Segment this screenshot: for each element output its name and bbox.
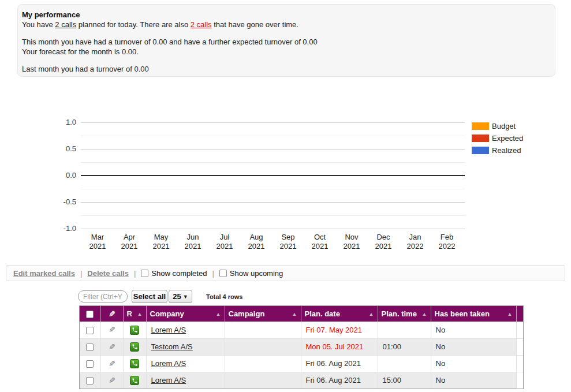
legend-swatch — [472, 147, 489, 154]
y-gridline — [81, 229, 465, 229]
show-completed-checkbox[interactable] — [141, 270, 148, 277]
toolbar-separator: | — [212, 269, 214, 278]
x-axis-tick-label: May2021 — [145, 233, 177, 251]
header-plan-date[interactable]: Plan. date▲ — [301, 306, 378, 322]
company-cell: Lorem A/S — [146, 322, 225, 338]
header-select-all-cell — [80, 306, 100, 322]
calls-summary-line: You have 2 calls planned for today. Ther… — [22, 20, 549, 29]
performance-summary: My performance You have 2 calls planned … — [17, 4, 555, 77]
table-row: ✎ Lorem A/S Fri 06. Aug 2021 15:00 No — [80, 372, 523, 389]
plan-time-cell — [378, 355, 431, 372]
header-spacer — [516, 306, 523, 322]
pencil-icon[interactable]: ✎ — [109, 325, 115, 334]
header-r[interactable]: R▲ — [123, 306, 146, 322]
page-size-value: 25 — [173, 292, 181, 301]
intro-text: that have gone over time. — [212, 20, 298, 29]
header-plan-time[interactable]: Plan. time▲ — [378, 306, 431, 322]
pencil-icon[interactable]: ✎ — [109, 359, 115, 368]
performance-title: My performance — [22, 10, 549, 20]
row-edit-cell: ✎ — [100, 322, 123, 338]
plan-date-cell: Mon 05. Jul 2021 — [301, 338, 378, 355]
phone-icon[interactable] — [130, 342, 139, 352]
plan-time-cell: 01:00 — [378, 338, 431, 355]
header-campaign[interactable]: Campaign▲ — [225, 306, 301, 322]
table-row: ✎ Lorem A/S Fri 06. Aug 2021 No — [80, 355, 523, 372]
legend-swatch — [472, 135, 489, 142]
phone-icon[interactable] — [130, 359, 139, 368]
has-been-taken-cell: No — [431, 338, 516, 355]
row-select-cell — [80, 338, 100, 355]
row-select-cell — [80, 322, 100, 338]
pencil-icon[interactable]: ✎ — [109, 376, 115, 385]
spacer-cell — [516, 338, 523, 355]
y-axis-tick-label: -1.0 — [0, 224, 76, 233]
row-checkbox[interactable] — [86, 377, 94, 384]
plan-date-cell: Fri 07. May 2021 — [301, 322, 378, 338]
campaign-cell — [225, 355, 301, 372]
show-completed-label: Show completed — [151, 269, 207, 278]
phone-icon[interactable] — [130, 326, 139, 335]
company-link[interactable]: Testcom A/S — [151, 342, 193, 351]
row-checkbox[interactable] — [86, 344, 94, 351]
calls-today-link[interactable]: 2 calls — [55, 20, 76, 29]
row-edit-cell: ✎ — [100, 372, 123, 389]
company-cell: Lorem A/S — [146, 372, 225, 389]
page-size-dropdown[interactable]: 25 ▼ — [169, 290, 192, 303]
pencil-icon: ✎ — [109, 309, 115, 319]
intro-text: You have — [22, 20, 55, 29]
delete-calls-link[interactable]: Delete calls — [87, 269, 129, 278]
x-axis-tick-label: Jun2021 — [177, 233, 209, 251]
has-been-taken-cell: No — [431, 355, 516, 372]
company-link[interactable]: Lorem A/S — [151, 359, 186, 368]
x-axis-tick-label: Jan2022 — [399, 233, 431, 251]
campaign-cell — [225, 338, 301, 355]
sort-asc-icon: ▲ — [369, 311, 374, 317]
header-has-been-taken[interactable]: Has been taken▲ — [431, 306, 516, 322]
calls-overdue-link[interactable]: 2 calls — [191, 20, 212, 29]
pencil-icon[interactable]: ✎ — [109, 342, 115, 352]
filter-input[interactable] — [78, 290, 128, 303]
row-select-cell — [80, 372, 100, 389]
y-gridline — [81, 149, 465, 150]
plan-date-cell: Fri 06. Aug 2021 — [301, 372, 378, 389]
row-call-cell — [123, 372, 146, 389]
phone-icon[interactable] — [130, 376, 139, 385]
y-axis-tick-label: -0.5 — [0, 197, 76, 206]
row-select-cell — [80, 355, 100, 372]
company-cell: Lorem A/S — [146, 355, 225, 372]
campaign-cell — [225, 372, 301, 389]
plan-time-cell: 15:00 — [378, 372, 431, 389]
chevron-down-icon: ▼ — [183, 294, 188, 300]
edit-marked-calls-link[interactable]: Edit marked calls — [13, 269, 75, 278]
company-link[interactable]: Lorem A/S — [151, 326, 186, 334]
legend-label: Budget — [492, 122, 516, 130]
turnover-chart: 1.00.50.0-0.5-1.0Mar2021Apr2021May2021Ju… — [0, 107, 571, 258]
x-axis-tick-label: Mar2021 — [81, 233, 114, 251]
column-label: Company — [150, 309, 184, 318]
table-header-row: ✎ R▲ Company▲ Campaign▲ Plan. date▲ Plan… — [80, 306, 523, 322]
legend-label: Realized — [492, 146, 521, 155]
y-axis-tick-label: 1.0 — [0, 118, 76, 126]
column-label: R — [127, 309, 132, 318]
company-link[interactable]: Lorem A/S — [151, 376, 186, 384]
row-checkbox[interactable] — [86, 360, 94, 368]
sort-asc-icon: ▲ — [507, 311, 513, 317]
show-completed-option: Show completed — [141, 269, 207, 278]
row-checkbox[interactable] — [86, 327, 94, 334]
select-all-rows-checkbox[interactable] — [86, 311, 94, 318]
spacer-cell — [516, 322, 523, 338]
sort-asc-icon: ▲ — [137, 311, 143, 317]
x-axis-tick-label: Jul2021 — [208, 233, 241, 251]
minor-gridline — [81, 136, 465, 136]
minor-gridline — [81, 189, 465, 189]
row-call-cell — [123, 338, 146, 355]
y-gridline — [81, 175, 465, 176]
row-call-cell — [123, 355, 146, 372]
select-all-button[interactable]: Select all — [132, 290, 167, 303]
spacer-cell — [516, 372, 523, 389]
show-upcoming-checkbox[interactable] — [219, 270, 227, 277]
column-label: Plan. time — [382, 309, 417, 318]
header-company[interactable]: Company▲ — [146, 306, 225, 322]
forecast-line: Your forecast for the month is 0.00. — [22, 47, 549, 57]
company-cell: Testcom A/S — [146, 338, 225, 355]
